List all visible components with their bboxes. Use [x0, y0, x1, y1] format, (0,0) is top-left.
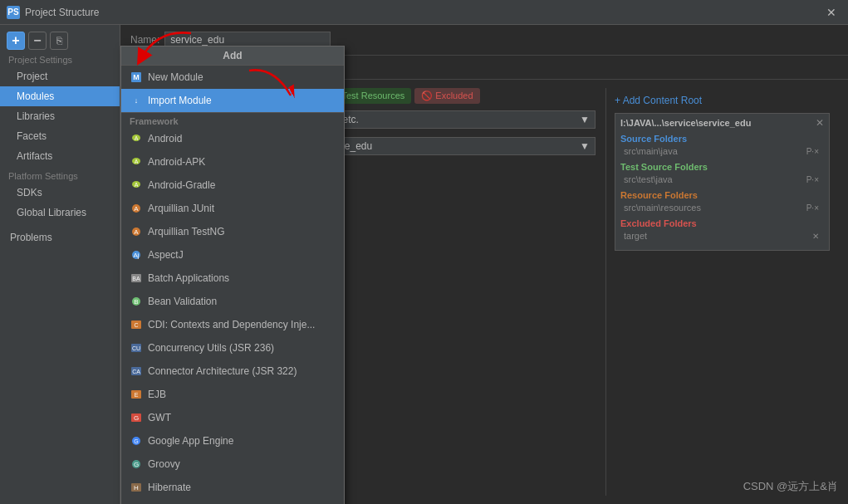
android-apk-label: Android-APK — [148, 153, 205, 171]
framework-ejb[interactable]: E EJB — [121, 383, 344, 406]
title-bar: PS Project Structure ✕ — [0, 0, 848, 25]
ejb-label: EJB — [148, 385, 166, 404]
android-apk-icon: A — [130, 155, 143, 169]
framework-gae[interactable]: G Google App Engine — [121, 429, 344, 453]
gae-label: Google App Engine — [148, 432, 233, 450]
bean-icon: B — [130, 295, 143, 308]
android-label: Android — [148, 130, 182, 148]
svg-text:B: B — [134, 298, 138, 306]
framework-android-gradle[interactable]: A Android-Gradle — [121, 174, 344, 197]
framework-android[interactable]: A Android — [121, 127, 344, 150]
test-source-folder-path: src\test\java — [624, 174, 673, 184]
content-root-close[interactable]: ✕ — [816, 117, 824, 129]
sidebar-item-global-libraries[interactable]: Global Libraries — [0, 203, 120, 223]
framework-groovy[interactable]: G Groovy — [121, 453, 344, 476]
svg-text:A: A — [134, 228, 139, 236]
resource-folders-section: Resource Folders src\main\resources P·× — [620, 190, 824, 213]
name-label: Name: — [130, 34, 159, 46]
android-gradle-label: Android-Gradle — [148, 176, 215, 194]
source-folder-edit[interactable]: P·× — [805, 147, 821, 156]
svg-text:G: G — [134, 438, 138, 444]
resource-folder-edit[interactable]: P·× — [805, 203, 821, 213]
resource-folder-row: src\main\resources P·× — [620, 202, 824, 213]
sidebar-item-sdks[interactable]: SDKs — [0, 183, 120, 203]
framework-arquillian-testng[interactable]: A Arquillian TestNG — [121, 220, 344, 243]
sidebar-item-modules[interactable]: Modules — [0, 86, 120, 106]
framework-android-apk[interactable]: A Android-APK — [121, 150, 344, 174]
dropdown-header: Add — [121, 46, 344, 66]
excluded-folder-edit[interactable]: ✕ — [811, 232, 821, 241]
cdi-icon: C — [130, 318, 143, 331]
add-dropdown-menu: Add M New Module ↓ Import Module Framewo… — [120, 46, 345, 504]
groovy-label: Groovy — [148, 455, 180, 473]
add-content-root-button[interactable]: + Add Content Root — [615, 95, 830, 106]
add-button[interactable]: + — [7, 32, 25, 50]
framework-cdi[interactable]: C CDI: Contexts and Dependency Inje... — [121, 313, 344, 336]
sidebar: + − ⎘ Project Settings Project Modules L… — [0, 25, 120, 504]
excluded-folder-path: target — [624, 231, 647, 241]
framework-connector[interactable]: CA Connector Architecture (JSR 322) — [121, 360, 344, 383]
resource-folders-title: Resource Folders — [620, 190, 824, 200]
project-settings-header: Project Settings — [0, 50, 120, 66]
android-icon: A — [130, 132, 143, 145]
resource-folder-actions: P·× — [805, 203, 821, 213]
svg-text:H: H — [134, 484, 139, 492]
connector-label: Connector Architecture (JSR 322) — [148, 362, 297, 380]
framework-aspectj[interactable]: Aj AspectJ — [121, 243, 344, 267]
sidebar-item-facets[interactable]: Facets — [0, 126, 120, 146]
source-folder-path: src\main\java — [624, 146, 678, 156]
platform-settings-header: Platform Settings — [0, 166, 120, 183]
sidebar-item-libraries[interactable]: Libraries — [0, 106, 120, 126]
framework-bean-validation[interactable]: B Bean Validation — [121, 290, 344, 313]
svg-text:CA: CA — [132, 369, 140, 374]
content-root-header: I:\JAVA\...\service\service_edu ✕ — [620, 117, 824, 129]
batch-label: Batch Applications — [148, 269, 229, 287]
new-module-item[interactable]: M New Module — [121, 66, 344, 89]
connector-icon: CA — [130, 365, 143, 378]
aspectj-label: AspectJ — [148, 246, 184, 264]
watermark: CSDN @远方上&肖 — [743, 479, 838, 494]
framework-gwt[interactable]: G GWT — [121, 406, 344, 429]
dropdown-overlay: Add M New Module ↓ Import Module Framewo… — [120, 46, 345, 504]
framework-concurrency[interactable]: CU Concurrency Utils (JSR 236) — [121, 336, 344, 360]
import-module-item[interactable]: ↓ Import Module — [121, 89, 344, 112]
hibernate-label: Hibernate — [148, 478, 191, 497]
arquillian-junit-icon: A — [130, 202, 143, 215]
app-icon: PS — [7, 6, 20, 19]
svg-text:CU: CU — [132, 345, 140, 351]
framework-jboss-drools[interactable]: J JBoss Drools — [121, 499, 344, 504]
framework-arquillian-junit[interactable]: A Arquillian JUnit — [121, 197, 344, 220]
close-button[interactable]: ✕ — [821, 4, 841, 21]
resource-folder-path: src\main\resources — [624, 203, 701, 213]
sidebar-item-artifacts[interactable]: Artifacts — [0, 146, 120, 166]
remove-button[interactable]: − — [28, 32, 47, 50]
sidebar-item-problems[interactable]: Problems — [0, 228, 120, 247]
svg-text:A: A — [134, 205, 139, 213]
copy-button[interactable]: ⎘ — [50, 32, 68, 50]
test-folder-edit[interactable]: P·× — [805, 175, 821, 184]
hibernate-icon: H — [130, 481, 143, 494]
content-root-path: I:\JAVA\...\service\service_edu — [620, 118, 751, 128]
main-layout: + − ⎘ Project Settings Project Modules L… — [0, 25, 848, 504]
framework-batch-applications[interactable]: BA Batch Applications — [121, 267, 344, 290]
right-panel: + Add Content Root I:\JAVA\...\service\s… — [605, 88, 838, 496]
concurrency-label: Concurrency Utils (JSR 236) — [148, 339, 274, 357]
excluded-folders-section: Excluded Folders target ✕ — [620, 218, 824, 242]
framework-hibernate[interactable]: H Hibernate — [121, 476, 344, 499]
svg-text:A: A — [135, 182, 139, 188]
framework-section-header: Framework — [121, 112, 344, 127]
arquillian-testng-icon: A — [130, 225, 143, 238]
add-content-root-label: + Add Content Root — [615, 95, 702, 106]
source-folder-actions: P·× — [805, 147, 821, 156]
svg-text:M: M — [133, 73, 140, 81]
svg-text:G: G — [134, 461, 139, 468]
test-source-folder-row: src\test\java P·× — [620, 174, 824, 185]
sidebar-item-project[interactable]: Project — [0, 66, 120, 86]
cdi-label: CDI: Contexts and Dependency Inje... — [148, 316, 315, 334]
window-title: Project Structure — [25, 7, 821, 18]
import-module-label: Import Module — [148, 91, 212, 110]
import-module-icon: ↓ — [130, 94, 143, 107]
excluded-folder-actions: ✕ — [811, 232, 821, 241]
concurrency-icon: CU — [130, 341, 143, 355]
source-tab-excluded[interactable]: 🚫 Excluded — [414, 88, 479, 104]
